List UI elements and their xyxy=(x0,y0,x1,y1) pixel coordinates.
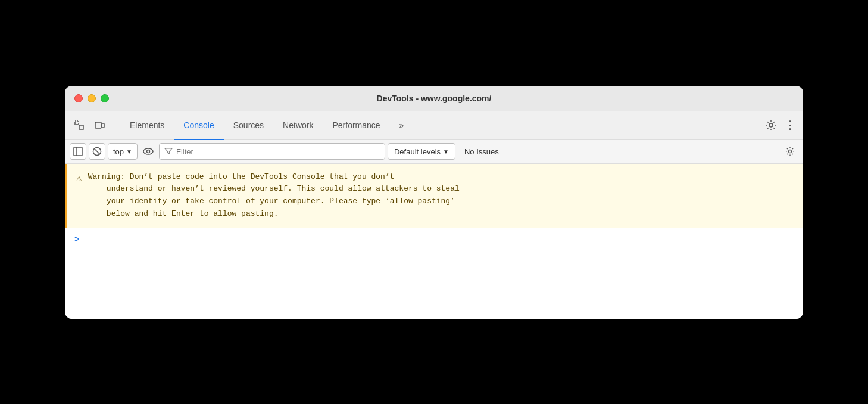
warning-icon: ⚠️ xyxy=(76,172,82,187)
tab-console[interactable]: Console xyxy=(174,112,223,140)
svg-line-8 xyxy=(95,149,99,154)
filter-icon xyxy=(164,147,173,156)
tab-performance[interactable]: Performance xyxy=(323,112,389,140)
svg-rect-3 xyxy=(102,123,104,128)
close-button[interactable] xyxy=(74,94,83,102)
tab-separator xyxy=(115,118,115,132)
tabs-right-controls: ⋮ xyxy=(763,117,798,133)
settings-icon[interactable] xyxy=(763,117,779,133)
console-settings-icon[interactable] xyxy=(782,143,798,160)
title-bar: DevTools - www.google.com/ xyxy=(65,86,803,111)
chevron-down-icon: ▼ xyxy=(126,148,132,155)
prompt-chevron-icon: > xyxy=(74,235,79,244)
svg-point-9 xyxy=(143,148,153,154)
tab-list: Elements Console Sources Network Perform… xyxy=(120,111,763,139)
svg-rect-0 xyxy=(75,121,79,125)
issues-button[interactable]: No Issues xyxy=(458,143,505,160)
console-prompt-row[interactable]: > xyxy=(65,228,803,251)
console-input[interactable] xyxy=(84,235,794,244)
tab-sources[interactable]: Sources xyxy=(224,112,273,140)
log-levels-label: Default levels xyxy=(394,147,441,156)
warning-text: Warning: Don’t paste code into the DevTo… xyxy=(88,171,460,220)
svg-rect-5 xyxy=(74,147,82,156)
filter-input[interactable] xyxy=(176,147,380,156)
maximize-button[interactable] xyxy=(101,94,109,102)
svg-point-11 xyxy=(789,150,792,153)
warning-message: ⚠️ Warning: Don’t paste code into the De… xyxy=(65,164,803,228)
inspect-element-icon[interactable] xyxy=(70,116,89,135)
console-content: ⚠️ Warning: Don’t paste code into the De… xyxy=(65,164,803,319)
tabs-bar: Elements Console Sources Network Perform… xyxy=(65,111,803,140)
console-toolbar: top ▼ Default levels ▼ No Issues xyxy=(65,140,803,164)
tab-elements[interactable]: Elements xyxy=(120,112,174,140)
minimize-button[interactable] xyxy=(88,94,96,102)
svg-point-4 xyxy=(769,123,773,127)
tab-more[interactable]: » xyxy=(390,112,414,140)
device-toggle-icon[interactable] xyxy=(90,116,109,135)
filter-input-wrap xyxy=(159,143,385,160)
customize-icon[interactable]: ⋮ xyxy=(782,117,798,133)
tab-network[interactable]: Network xyxy=(273,112,323,140)
live-expressions-button[interactable] xyxy=(140,143,157,160)
window-title: DevTools - www.google.com/ xyxy=(377,94,492,103)
no-issues-label: No Issues xyxy=(464,147,499,156)
traffic-lights xyxy=(74,94,109,102)
show-sidebar-button[interactable] xyxy=(70,143,86,160)
svg-rect-1 xyxy=(79,125,83,129)
context-dropdown[interactable]: top ▼ xyxy=(108,143,138,160)
svg-point-10 xyxy=(146,150,149,153)
context-value: top xyxy=(113,147,124,156)
devtools-window: DevTools - www.google.com/ Elements Cons… xyxy=(65,86,803,319)
clear-console-button[interactable] xyxy=(89,143,105,160)
log-levels-dropdown[interactable]: Default levels ▼ xyxy=(388,143,455,160)
svg-rect-2 xyxy=(95,122,101,128)
chevron-down-icon: ▼ xyxy=(443,148,449,155)
